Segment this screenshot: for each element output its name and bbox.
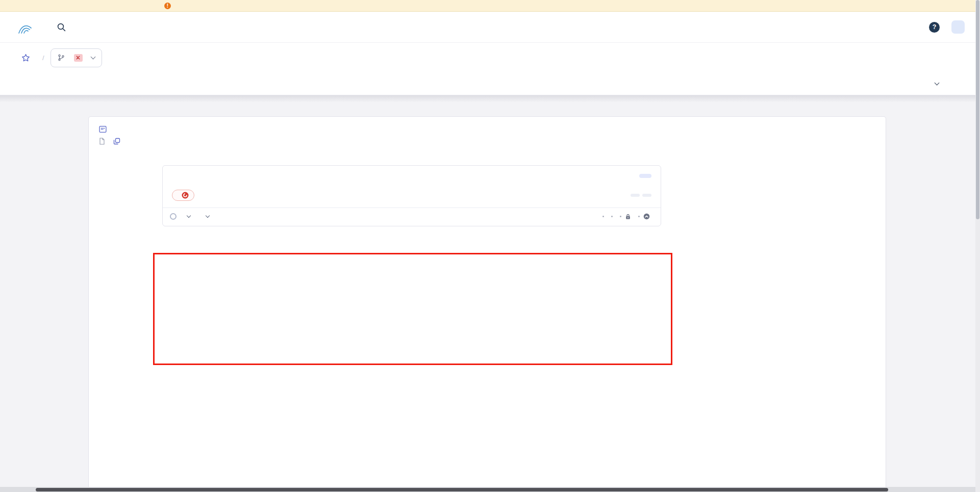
- lock-icon: [625, 214, 631, 220]
- copy-path-icon[interactable]: [113, 138, 120, 145]
- issue-highlight-box: [153, 253, 672, 365]
- horizontal-scrollbar-thumb[interactable]: [36, 488, 888, 491]
- chevron-down-icon: [935, 80, 940, 85]
- navbar-right: [929, 20, 965, 34]
- critical-severity-icon: [643, 213, 650, 220]
- open-status-icon: [170, 213, 177, 220]
- file-breadcrumb: [0, 95, 980, 111]
- chevron-down-icon: [206, 214, 210, 218]
- code-panel: [88, 116, 886, 492]
- project-breadcrumb: /: [0, 43, 980, 72]
- project-icon: [99, 125, 107, 133]
- file-icon: [99, 138, 105, 145]
- chevron-down-icon: [187, 214, 191, 218]
- logo-swoosh-icon: [18, 21, 32, 34]
- vertical-scrollbar-thumb[interactable]: [976, 0, 979, 219]
- project-tabs: [0, 72, 980, 95]
- avatar[interactable]: [951, 20, 965, 34]
- help-icon[interactable]: [929, 22, 940, 33]
- issue-card: [162, 165, 661, 226]
- top-navbar: [0, 12, 980, 42]
- search-icon[interactable]: [57, 22, 66, 32]
- favorite-star-icon[interactable]: [21, 54, 30, 62]
- tag-regexp[interactable]: [631, 194, 640, 197]
- issue-assignee-dropdown[interactable]: [203, 216, 209, 217]
- project-settings-menu[interactable]: [931, 83, 939, 85]
- issue-status-dropdown[interactable]: [170, 213, 190, 220]
- security-impact-pill[interactable]: [172, 190, 194, 201]
- add-tag-button[interactable]: [642, 194, 651, 197]
- file-header: [89, 117, 886, 159]
- software-quality-badge[interactable]: [639, 174, 651, 178]
- page-content: [0, 95, 980, 442]
- announcement-banner: [0, 0, 980, 12]
- branch-selector[interactable]: [51, 48, 102, 67]
- project-header: /: [0, 42, 980, 95]
- branch-icon: [58, 54, 65, 61]
- chevron-down-icon: [90, 54, 95, 59]
- alert-icon: [164, 3, 171, 9]
- high-impact-icon: [182, 192, 189, 199]
- issue-meta: [599, 213, 654, 220]
- quality-gate-failed-badge[interactable]: [74, 54, 83, 62]
- code-viewer: [89, 165, 886, 226]
- breadcrumb-slash: /: [42, 54, 44, 62]
